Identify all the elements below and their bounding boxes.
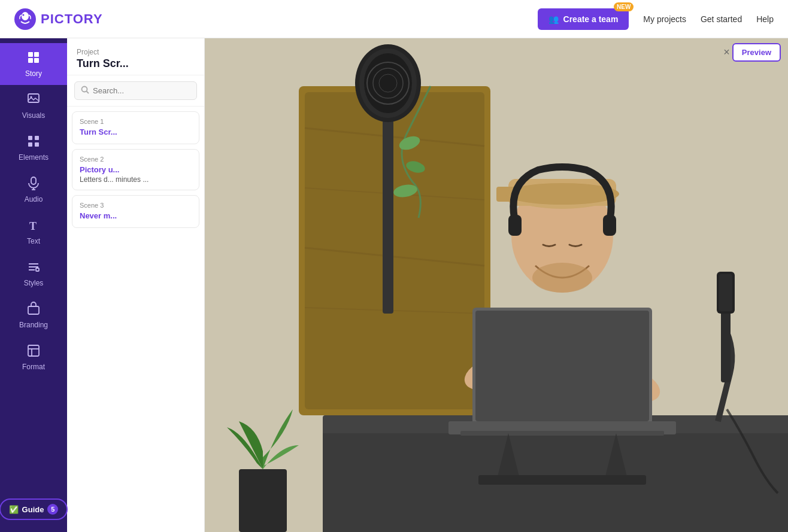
svg-rect-3 [28,52,33,57]
sidebar-format-label: Format [22,363,45,371]
scene-2-number: Scene 2 [80,156,192,163]
sidebar-branding-label: Branding [19,321,48,329]
guide-check-icon: ✅ [9,505,19,514]
styles-icon [26,260,41,276]
svg-rect-5 [28,58,33,63]
podcast-scene-bg: × Preview [205,38,788,532]
svg-rect-9 [28,136,32,140]
svg-rect-13 [31,177,36,184]
sidebar-item-format[interactable]: Format [0,336,67,378]
svg-rect-10 [35,136,39,140]
help-link[interactable]: Help [756,14,774,24]
get-started-link[interactable]: Get started [701,14,742,24]
search-input-wrap [74,81,197,100]
guide-label: Guide [22,505,44,514]
svg-text:T: T [29,220,37,232]
create-team-label: Create a team [563,14,619,24]
scenes-list: Scene 1 Turn Scr... Scene 2 Pictory u...… [67,107,204,532]
elements-icon [26,134,41,151]
scene-illustration [205,38,788,532]
scene-card-2[interactable]: Scene 2 Pictory u... Letters d... minute… [72,149,199,190]
scene-3-number: Scene 3 [80,202,192,209]
sidebar-text-label: Text [27,237,40,245]
svg-rect-12 [35,142,39,147]
search-input[interactable] [93,86,190,95]
svg-rect-11 [28,142,32,147]
scene-card-3[interactable]: Scene 3 Never m... [72,195,199,228]
sidebar-visuals-label: Visuals [22,111,45,120]
guide-count-badge: 5 [47,504,58,515]
sidebar-styles-label: Styles [24,279,44,287]
guide-button[interactable]: ✅ Guide 5 [0,498,68,520]
svg-rect-64 [205,38,788,532]
text-icon: T [26,218,41,235]
svg-point-1 [22,12,29,20]
my-projects-link[interactable]: My projects [643,14,686,24]
search-icon [81,86,89,96]
svg-point-2 [23,14,25,16]
sidebar: Story Visuals Elements [0,38,67,532]
content-area: Project Turn Scr... Scene 1 [67,38,788,532]
sidebar-audio-label: Audio [25,195,43,203]
scene-3-title: Never m... [80,211,192,220]
svg-line-23 [87,92,89,94]
left-panel: Project Turn Scr... Scene 1 [67,38,205,532]
scene-2-desc: Letters d... minutes ... [80,175,192,184]
scene-2-title: Pictory u... [80,165,192,174]
scene-1-number: Scene 1 [80,118,192,125]
preview-top-bar: × Preview [205,38,788,66]
format-icon [26,343,41,360]
sidebar-item-branding[interactable]: Branding [0,294,67,336]
logo: PICTORY [14,8,103,30]
logo-icon [14,8,36,30]
main-layout: Story Visuals Elements [0,38,788,532]
scene-1-title: Turn Scr... [80,127,192,136]
scene-card-1[interactable]: Scene 1 Turn Scr... [72,111,199,144]
close-button[interactable]: × [721,43,732,62]
svg-rect-19 [28,345,39,356]
new-badge: NEW [614,2,634,11]
header-right: 👥 Create a team NEW My projects Get star… [538,8,774,30]
svg-point-22 [82,87,87,92]
svg-rect-7 [28,94,39,102]
create-team-button[interactable]: 👥 Create a team NEW [538,8,629,30]
audio-icon [26,176,41,193]
sidebar-item-visuals[interactable]: Visuals [0,85,67,127]
svg-rect-18 [28,306,39,314]
svg-rect-4 [34,52,39,57]
svg-rect-17 [36,268,39,271]
svg-point-8 [31,96,32,98]
svg-rect-65 [239,469,287,532]
search-bar [67,75,204,107]
branding-icon [26,302,41,318]
sidebar-item-elements[interactable]: Elements [0,127,67,169]
logo-text: PICTORY [41,11,103,27]
sidebar-item-audio[interactable]: Audio [0,169,67,211]
project-header: Project Turn Scr... [67,38,204,75]
sidebar-elements-label: Elements [19,153,49,162]
visuals-icon [26,92,41,109]
svg-rect-6 [34,58,39,63]
project-title: Turn Scr... [77,57,195,70]
sidebar-item-styles[interactable]: Styles [0,253,67,294]
preview-area: × Preview [205,38,788,532]
project-label: Project [77,48,195,56]
team-icon: 👥 [548,14,559,24]
sidebar-item-text[interactable]: T Text [0,211,67,253]
sidebar-item-story[interactable]: Story [0,43,67,85]
preview-button[interactable]: Preview [732,43,781,62]
sidebar-story-label: Story [25,69,42,78]
story-icon [26,50,41,67]
header: PICTORY 👥 Create a team NEW My projects … [0,0,788,38]
